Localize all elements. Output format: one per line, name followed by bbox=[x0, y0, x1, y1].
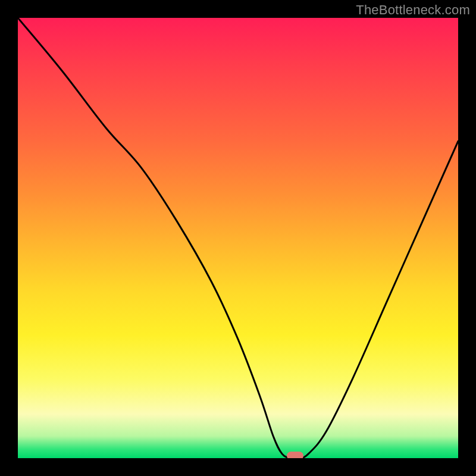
optimal-marker bbox=[287, 452, 303, 458]
plot-area bbox=[18, 18, 458, 458]
chart-frame: TheBottleneck.com bbox=[0, 0, 476, 476]
watermark-text: TheBottleneck.com bbox=[356, 2, 470, 18]
bottleneck-curve bbox=[18, 18, 458, 458]
